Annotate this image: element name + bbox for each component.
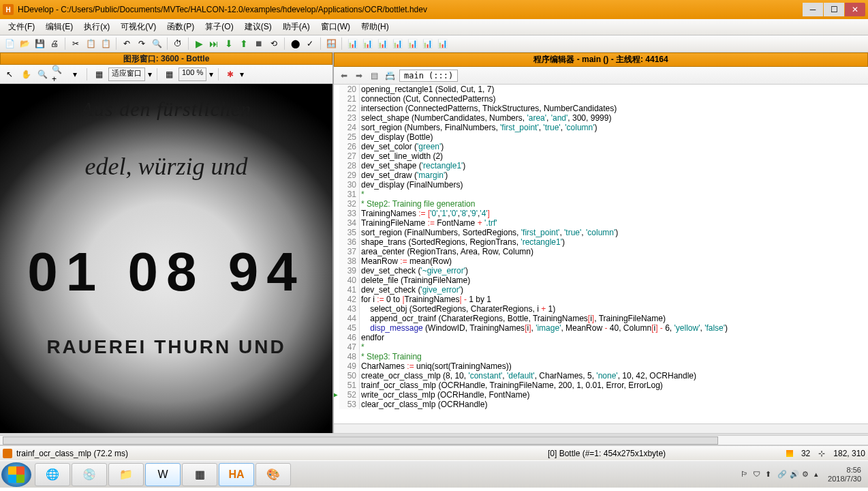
zoom-rect-icon[interactable]: 🔍 bbox=[35, 68, 49, 81]
breakpoint-button[interactable]: ⬤ bbox=[288, 37, 302, 50]
code-line[interactable]: 48* Step3: Training bbox=[334, 352, 868, 361]
paste-button[interactable]: 📋 bbox=[99, 37, 112, 50]
task-explorer[interactable]: 📁 bbox=[108, 463, 144, 486]
cut-button[interactable]: ✂ bbox=[69, 37, 82, 50]
minimize-button[interactable]: ─ bbox=[803, 3, 823, 16]
assist7-button[interactable]: 📊 bbox=[435, 37, 449, 50]
hand-icon[interactable]: ✋ bbox=[19, 68, 33, 81]
menu-file[interactable]: 文件(F) bbox=[3, 20, 40, 34]
task-app1[interactable]: ▦ bbox=[182, 463, 217, 486]
task-ie[interactable]: 🌐 bbox=[35, 463, 70, 486]
zoom-in-icon[interactable]: 🔍+ bbox=[52, 68, 65, 81]
code-line[interactable]: 37area_center (RegionTrans, Area, Row, C… bbox=[334, 247, 868, 256]
code-line[interactable]: 38MeanRow := mean(Row) bbox=[334, 256, 868, 266]
zoom-out-icon[interactable]: ▾ bbox=[68, 68, 82, 81]
procedure-combo[interactable]: main (:::) bbox=[399, 70, 458, 82]
code-line[interactable]: 46endfor bbox=[334, 333, 868, 342]
code-line[interactable]: 42for i := 0 to |TrainingNames| - 1 by 1 bbox=[334, 295, 868, 304]
zoom-percent-icon[interactable]: ▦ bbox=[162, 68, 176, 81]
redo-button[interactable]: ↷ bbox=[135, 37, 149, 50]
code-line[interactable]: 47* bbox=[334, 342, 868, 352]
code-line[interactable]: 30dev_display (FinalNumbers) bbox=[334, 180, 868, 190]
code-line[interactable]: 27dev_set_line_width (2) bbox=[334, 151, 868, 161]
tray-more-icon[interactable]: ▴ bbox=[814, 470, 824, 479]
code-line[interactable]: 43 select_obj (SortedRegions, CharaterRe… bbox=[334, 304, 868, 314]
stop-button[interactable]: ⏹ bbox=[252, 37, 266, 50]
menu-edit[interactable]: 编辑(E) bbox=[40, 20, 78, 34]
tray-shield-icon[interactable]: 🛡 bbox=[753, 470, 762, 479]
code-line[interactable]: 29dev_set_draw ('margin') bbox=[334, 170, 868, 180]
task-media[interactable]: 💿 bbox=[72, 463, 107, 486]
fit-mode-combo[interactable]: 适应窗口 bbox=[108, 68, 145, 81]
code-line[interactable]: 34TrainingFileName := FontName + '.trf' bbox=[334, 218, 868, 228]
tray-flag-icon[interactable]: 🏳 bbox=[741, 470, 750, 479]
step-over-button[interactable]: ⏭ bbox=[207, 37, 221, 50]
stopwatch-button[interactable]: ⏱ bbox=[171, 37, 185, 50]
start-button[interactable] bbox=[1, 462, 31, 487]
menu-function[interactable]: 函数(P) bbox=[161, 20, 200, 34]
open-button[interactable]: 📂 bbox=[18, 37, 31, 50]
clear-icon[interactable]: ✱ bbox=[223, 68, 237, 81]
tray-av-icon[interactable]: ⚙ bbox=[802, 470, 811, 479]
new-window-button[interactable]: 🪟 bbox=[324, 37, 338, 50]
code-line[interactable]: 49CharNames := uniq(sort(TrainingNames)) bbox=[334, 361, 868, 371]
code-line[interactable]: 35sort_region (FinalNumbers, SortedRegio… bbox=[334, 228, 868, 237]
pointer-icon[interactable]: ↖ bbox=[3, 68, 16, 81]
menu-suggest[interactable]: 建议(S) bbox=[239, 20, 277, 34]
step-into-button[interactable]: ⬇ bbox=[222, 37, 236, 50]
bottom-scrollbar[interactable] bbox=[0, 436, 868, 445]
copy-button[interactable]: 📋 bbox=[84, 37, 97, 50]
code-line[interactable]: 44 append_ocr_trainf (CharaterRegions, B… bbox=[334, 314, 868, 323]
menu-assist[interactable]: 助手(A) bbox=[277, 20, 315, 34]
code-line[interactable]: 26dev_set_color ('green') bbox=[334, 142, 868, 151]
nav-forward-icon[interactable]: ➡ bbox=[353, 70, 365, 82]
tray-updates-icon[interactable]: ⬆ bbox=[765, 470, 775, 479]
menu-help[interactable]: 帮助(H) bbox=[356, 20, 394, 34]
run-button[interactable]: ▶ bbox=[192, 37, 206, 50]
image-size-icon[interactable]: ▦ bbox=[92, 68, 106, 81]
assist6-button[interactable]: 📊 bbox=[420, 37, 434, 50]
task-wps[interactable]: W bbox=[145, 463, 181, 486]
code-line[interactable]: 41dev_set_check ('give_error') bbox=[334, 285, 868, 295]
code-line[interactable]: 52write_ocr_class_mlp (OCRHandle, FontNa… bbox=[334, 390, 868, 400]
menu-visualize[interactable]: 可视化(V) bbox=[115, 20, 161, 34]
code-line[interactable]: 53clear_ocr_class_mlp (OCRHandle) bbox=[334, 400, 868, 409]
code-editor[interactable]: 20opening_rectangle1 (Solid, Cut, 1, 7)2… bbox=[334, 85, 868, 423]
tray-volume-icon[interactable]: 🔊 bbox=[790, 470, 799, 479]
reset-button[interactable]: ⟲ bbox=[267, 37, 281, 50]
maximize-button[interactable]: ☐ bbox=[824, 3, 844, 16]
code-line[interactable]: 39dev_set_check ('~give_error') bbox=[334, 266, 868, 276]
menu-operator[interactable]: 算子(O) bbox=[200, 20, 238, 34]
nav-list-icon[interactable]: ▤ bbox=[368, 70, 380, 82]
code-line[interactable]: 21connection (Cut, ConnectedPatterns) bbox=[334, 94, 868, 104]
task-hdevelop[interactable]: HA bbox=[219, 463, 254, 486]
code-line[interactable]: 32* Step2: Training file generation bbox=[334, 199, 868, 209]
clock[interactable]: 8:56 2018/7/30 bbox=[828, 466, 861, 483]
code-line[interactable]: 23select_shape (NumberCandidates, Number… bbox=[334, 113, 868, 123]
code-line[interactable]: 20opening_rectangle1 (Solid, Cut, 1, 7) bbox=[334, 85, 868, 94]
find-button[interactable]: 🔍 bbox=[150, 37, 164, 50]
code-line[interactable]: 36shape_trans (SortedRegions, RegionTran… bbox=[334, 237, 868, 247]
menu-execute[interactable]: 执行(x) bbox=[78, 20, 115, 34]
assist3-button[interactable]: 📊 bbox=[375, 37, 389, 50]
code-line[interactable]: 51trainf_ocr_class_mlp (OCRHandle, Train… bbox=[334, 381, 868, 390]
nav-back-icon[interactable]: ⬅ bbox=[338, 70, 350, 82]
assist2-button[interactable]: 📊 bbox=[360, 37, 374, 50]
code-line[interactable]: 50create_ocr_class_mlp (8, 10, 'constant… bbox=[334, 371, 868, 381]
code-line[interactable]: 28dev_set_shape ('rectangle1') bbox=[334, 161, 868, 170]
code-line[interactable]: 40delete_file (TrainingFileName) bbox=[334, 276, 868, 285]
code-line[interactable]: 31* bbox=[334, 190, 868, 199]
undo-button[interactable]: ↶ bbox=[120, 37, 134, 50]
code-line[interactable]: 45 disp_message (WindowID, TrainingNames… bbox=[334, 323, 868, 333]
print-button[interactable]: 🖨 bbox=[48, 37, 61, 50]
tray-network-icon[interactable]: 🔗 bbox=[777, 470, 787, 479]
code-line[interactable]: 22intersection (ConnectedPatterns, Thick… bbox=[334, 104, 868, 113]
scroll-thumb[interactable] bbox=[3, 436, 718, 445]
code-line[interactable]: 25dev_display (Bottle) bbox=[334, 132, 868, 142]
zoom-combo[interactable]: 100 % bbox=[179, 68, 206, 81]
assist5-button[interactable]: 📊 bbox=[405, 37, 419, 50]
assist1-button[interactable]: 📊 bbox=[345, 37, 359, 50]
new-button[interactable]: 📄 bbox=[3, 37, 16, 50]
proc-icon[interactable]: 📇 bbox=[383, 69, 397, 83]
menu-window[interactable]: 窗口(W) bbox=[315, 20, 356, 34]
